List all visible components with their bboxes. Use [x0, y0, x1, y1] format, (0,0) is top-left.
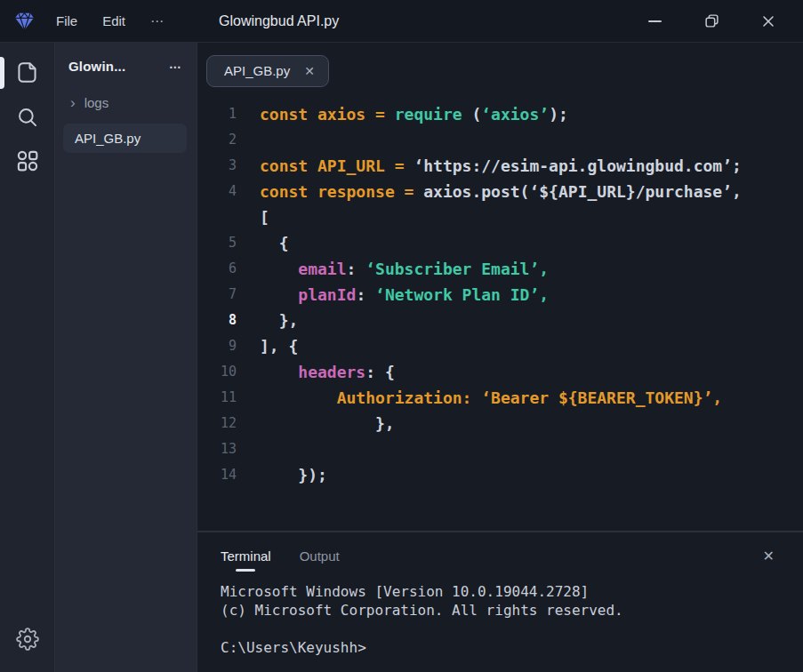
line-number: 10	[197, 359, 237, 385]
code-line[interactable]: 14 });	[197, 462, 803, 488]
terminal-line: (c) Microsoft Corporation. All rights re…	[221, 601, 803, 620]
code-text: headers: {	[260, 359, 395, 385]
code-line[interactable]: 8 },	[197, 308, 803, 333]
app-logo-gem-icon	[12, 9, 36, 33]
code-editor[interactable]: 1 const axios = require (‘axios’); 2 3 c…	[197, 89, 803, 531]
code-text: planId: ‘Network Plan ID’,	[260, 282, 549, 308]
minimize-icon[interactable]	[646, 13, 662, 29]
terminal-header: Terminal Output ✕	[221, 532, 803, 573]
terminal-close-icon[interactable]: ✕	[763, 548, 775, 564]
menu-more-icon[interactable]: ⋯	[150, 13, 165, 29]
menubar: File Edit ⋯	[56, 13, 165, 29]
code-line[interactable]: 2	[197, 127, 803, 153]
code-text: },	[260, 411, 395, 436]
code-text: });	[260, 462, 327, 488]
code-text: const API_URL = ‘https://esim-api.glowin…	[260, 153, 742, 179]
line-number	[197, 204, 237, 230]
file-label: API_GB.py	[75, 131, 141, 146]
line-number: 11	[197, 385, 237, 411]
sidebar-explorer: Glowin... ⋯ › logs API_GB.py	[55, 43, 197, 672]
titlebar: File Edit ⋯ Glowingbud API.py	[0, 0, 803, 43]
code-text: const response = axios.post(‘${API_URL}/…	[260, 179, 742, 204]
sidebar-more-actions-icon[interactable]: ⋯	[169, 60, 183, 74]
code-line[interactable]: 6 email: ‘Subscriber Email’,	[197, 256, 803, 282]
tab-output[interactable]: Output	[300, 548, 340, 564]
code-text: email: ‘Subscriber Email’,	[260, 256, 549, 282]
code-text: ], {	[260, 333, 298, 359]
code-line[interactable]: 5 {	[197, 230, 803, 256]
sidebar-item-logs[interactable]: › logs	[68, 95, 183, 110]
code-text: [	[260, 204, 269, 230]
editor-tab-api-gb[interactable]: API_GB.py ✕	[206, 55, 329, 87]
terminal-output[interactable]: Microsoft Windows [Version 10.0.19044.27…	[221, 582, 803, 657]
explorer-files-icon[interactable]	[14, 59, 41, 85]
terminal-line: Microsoft Windows [Version 10.0.19044.27…	[221, 582, 803, 601]
code-text: {	[260, 230, 289, 256]
code-line[interactable]: 9 ], {	[197, 333, 803, 359]
menu-edit[interactable]: Edit	[102, 13, 125, 29]
code-line[interactable]: 10 headers: {	[197, 359, 803, 385]
code-line[interactable]: 3 const API_URL = ‘https://esim-api.glow…	[197, 153, 803, 179]
code-line[interactable]: 13	[197, 436, 803, 462]
window-controls	[646, 13, 787, 29]
line-number: 8	[197, 308, 237, 333]
line-number: 1	[197, 101, 237, 127]
line-number: 13	[197, 436, 237, 462]
main-area: Glowin... ⋯ › logs API_GB.py API_GB.py ✕…	[0, 43, 803, 672]
settings-gear-icon[interactable]	[14, 626, 41, 652]
tab-close-icon[interactable]: ✕	[304, 64, 315, 78]
line-number: 12	[197, 411, 237, 436]
code-line[interactable]: 7 planId: ‘Network Plan ID’,	[197, 282, 803, 308]
sidebar-item-api-gb-file[interactable]: API_GB.py	[63, 124, 187, 153]
line-number: 3	[197, 153, 237, 179]
close-icon[interactable]	[760, 13, 776, 29]
line-number: 9	[197, 333, 237, 359]
code-line[interactable]: 12 },	[197, 411, 803, 436]
code-line[interactable]: 1 const axios = require (‘axios’);	[197, 101, 803, 127]
terminal-line	[221, 620, 803, 638]
active-view-indicator	[0, 57, 4, 89]
activity-bar	[0, 43, 55, 672]
chevron-right-icon: ›	[70, 95, 76, 110]
terminal-panel: Terminal Output ✕ Microsoft Windows [Ver…	[197, 531, 803, 672]
code-text: Authorization: ‘Bearer ${BEARER_TOKEN}’,	[260, 385, 722, 411]
line-number: 4	[197, 179, 237, 204]
line-number: 6	[197, 256, 237, 282]
line-number: 2	[197, 127, 237, 153]
tab-terminal[interactable]: Terminal	[221, 548, 271, 564]
code-line[interactable]: 4 const response = axios.post(‘${API_URL…	[197, 179, 803, 204]
sidebar-title: Glowin...	[68, 59, 125, 74]
menu-file[interactable]: File	[56, 13, 77, 29]
line-number: 7	[197, 282, 237, 308]
tab-label: API_GB.py	[224, 63, 290, 78]
folder-label: logs	[84, 95, 109, 110]
terminal-line: C:\Users\Keyushh>	[221, 638, 803, 657]
editor-column: API_GB.py ✕ 1 const axios = require (‘ax…	[197, 43, 803, 672]
editor-tabstrip: API_GB.py ✕	[197, 43, 803, 89]
code-text: const axios = require (‘axios’);	[260, 101, 568, 127]
window-title: Glowingbud API.py	[219, 13, 339, 29]
restore-icon[interactable]	[703, 13, 719, 29]
code-line[interactable]: 11 Authorization: ‘Bearer ${BEARER_TOKEN…	[197, 385, 803, 411]
apps-grid-icon[interactable]	[14, 148, 41, 174]
line-number: 14	[197, 462, 237, 488]
search-icon[interactable]	[14, 103, 41, 130]
line-number: 5	[197, 230, 237, 256]
code-line[interactable]: [	[197, 204, 803, 230]
code-text: },	[260, 308, 298, 333]
